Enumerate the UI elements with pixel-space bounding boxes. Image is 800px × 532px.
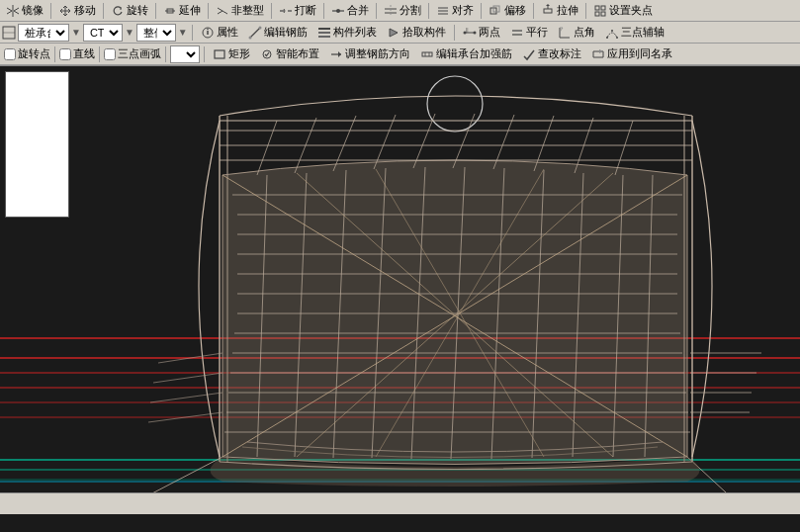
sep7 <box>376 3 377 19</box>
sep5 <box>271 3 272 19</box>
svg-rect-18 <box>601 6 605 10</box>
edit-support-label: 编辑承台加强筋 <box>436 46 512 61</box>
arrow3: ▼ <box>178 27 188 38</box>
smart-layout-button[interactable]: 智能布置 <box>256 45 323 63</box>
move-label: 移动 <box>74 3 96 18</box>
arc-checkbox[interactable] <box>104 48 116 60</box>
corner-button[interactable]: 点角 <box>554 24 599 42</box>
sep-t3-1 <box>54 46 55 62</box>
apply-same-label: 应用到同名承 <box>607 46 672 61</box>
split-label: 分割 <box>400 3 421 18</box>
pick-component-button[interactable]: 拾取构件 <box>383 24 450 42</box>
property-button[interactable]: 属性 <box>197 24 242 42</box>
break-label: 打断 <box>295 3 316 18</box>
sep11 <box>585 3 586 19</box>
svg-line-105 <box>615 121 633 175</box>
toolbar-area: 镜像 移动 旋转 延伸 非整型 打断 合并 <box>0 0 800 66</box>
svg-rect-44 <box>422 52 432 56</box>
svg-rect-30 <box>318 36 330 38</box>
smart-layout-label: 智能布置 <box>276 46 319 61</box>
rotatepoint-check-area: 旋转点 <box>4 46 50 61</box>
pick-component-label: 拾取构件 <box>402 25 446 40</box>
offset-button[interactable]: 偏移 <box>485 2 530 20</box>
svg-point-39 <box>606 37 608 39</box>
setpoint-button[interactable]: 设置夹点 <box>589 2 657 20</box>
svg-line-121 <box>153 373 222 383</box>
stretch-button[interactable]: 延伸 <box>159 2 205 20</box>
sep3 <box>155 3 156 19</box>
corner-label: 点角 <box>574 25 595 40</box>
svg-rect-28 <box>318 28 330 30</box>
svg-rect-17 <box>595 6 599 10</box>
merge-button[interactable]: 合并 <box>327 2 373 20</box>
svg-line-2 <box>218 11 222 14</box>
sep9 <box>481 3 482 19</box>
svg-point-6 <box>336 9 340 13</box>
check-mark-button[interactable]: 查改标注 <box>518 45 585 63</box>
sep2 <box>103 3 104 19</box>
sep4 <box>208 3 209 19</box>
main-drawing[interactable]: 3900 3300 6 <box>0 66 800 492</box>
svg-text:||: || <box>466 27 469 33</box>
trim-button[interactable]: 非整型 <box>212 2 268 20</box>
sep6 <box>323 3 324 19</box>
edit-rebar-label: 编辑钢筋 <box>264 25 308 40</box>
two-point-label: 两点 <box>479 25 500 40</box>
align-button[interactable]: 对齐 <box>432 2 478 20</box>
rotatepoint-checkbox[interactable] <box>4 48 16 60</box>
svg-rect-15 <box>544 9 552 13</box>
setpoint-label: 设置夹点 <box>609 3 653 18</box>
width-select[interactable] <box>170 45 200 63</box>
align-label: 对齐 <box>452 3 474 18</box>
check-mark-label: 查改标注 <box>538 46 581 61</box>
svg-rect-29 <box>318 32 330 34</box>
toolbar2: 桩承台 ▼ CT-11 ▼ 整体 ▼ 属性 编辑钢筋 构件列表 拾取构件 || … <box>0 22 800 44</box>
rotate-label: 旋转 <box>127 3 148 18</box>
type-select[interactable]: 整体 <box>136 24 176 42</box>
ct-select[interactable]: CT-11 <box>83 24 123 42</box>
parallel-label: 平行 <box>526 25 548 40</box>
sep-t2-1 <box>192 25 193 41</box>
rectangle-button[interactable]: 矩形 <box>209 45 254 63</box>
three-aux-button[interactable]: 三点辅轴 <box>601 24 668 42</box>
sep-t3-2 <box>99 46 100 62</box>
edit-rebar-button[interactable]: 编辑钢筋 <box>244 24 311 42</box>
sep-t2-2 <box>454 25 455 41</box>
mirror-button[interactable]: 镜像 <box>2 2 47 20</box>
line-checkbox[interactable] <box>59 48 71 60</box>
three-aux-label: 三点辅轴 <box>621 25 665 40</box>
move-button[interactable]: 移动 <box>54 2 100 20</box>
parallel-button[interactable]: 平行 <box>506 24 552 42</box>
arc-label: 三点画弧 <box>118 46 161 61</box>
adjust-rebar-button[interactable]: 调整钢筋方向 <box>325 45 414 63</box>
apply-same-button[interactable]: 应用到同名承 <box>587 45 676 63</box>
pull-label: 拉伸 <box>557 3 578 18</box>
pilecap-select[interactable]: 桩承台 <box>18 24 69 42</box>
merge-label: 合并 <box>347 3 369 18</box>
break-button[interactable]: 打断 <box>275 2 320 20</box>
sep8 <box>428 3 429 19</box>
arc-check-area: 三点画弧 <box>104 46 161 61</box>
component-list-button[interactable]: 构件列表 <box>313 24 381 42</box>
svg-point-40 <box>611 30 613 32</box>
svg-point-41 <box>616 37 618 39</box>
offset-label: 偏移 <box>504 3 526 18</box>
two-point-button[interactable]: || 两点 <box>459 24 504 42</box>
pull-button[interactable]: 拉伸 <box>537 2 582 20</box>
toolbar3: 旋转点 直线 三点画弧 矩形 智能布置 调整钢筋方向 <box>0 44 800 65</box>
sep-t3-3 <box>165 46 166 62</box>
split-button[interactable]: 分割 <box>380 2 425 20</box>
stretch-label: 延伸 <box>179 3 201 18</box>
mirror-label: 镜像 <box>22 3 44 18</box>
edit-support-button[interactable]: 编辑承台加强筋 <box>416 45 516 63</box>
svg-point-26 <box>258 26 261 29</box>
svg-rect-20 <box>601 12 605 16</box>
svg-rect-42 <box>215 50 224 58</box>
arrow1: ▼ <box>71 27 81 38</box>
svg-point-27 <box>248 36 251 39</box>
svg-point-33 <box>473 31 476 34</box>
rotate-button[interactable]: 旋转 <box>107 2 152 20</box>
rotatepoint-label: 旋转点 <box>18 46 50 61</box>
toolbar1: 镜像 移动 旋转 延伸 非整型 打断 合并 <box>0 0 800 22</box>
arrow2: ▼ <box>125 27 134 38</box>
